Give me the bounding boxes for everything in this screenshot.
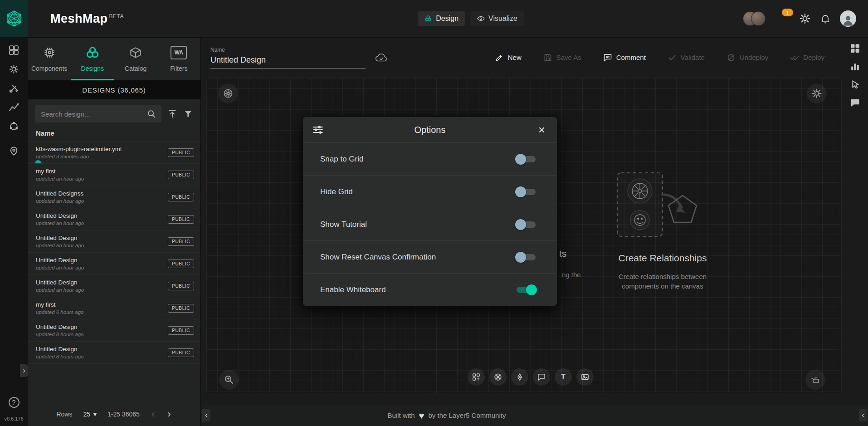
design-list-item[interactable]: Untitled Designss updated an hour ago PU… (28, 186, 200, 208)
design-list-item[interactable]: Untitled Design updated an hour ago PUBL… (28, 253, 200, 275)
option-label: Hide Grid (320, 187, 353, 196)
visualize-mode-button[interactable]: Visualize (470, 11, 524, 26)
design-updated: updated 8 hours ago (36, 354, 168, 359)
tab-catalog[interactable]: Catalog (114, 37, 157, 80)
design-updated: updated an hour ago (36, 287, 168, 293)
canvas-settings-button[interactable] (807, 83, 827, 103)
mode-switch: Design Visualize (418, 11, 524, 26)
bell-icon (820, 13, 831, 24)
prev-page-button[interactable]: ‹ (151, 409, 156, 419)
option-toggle[interactable] (515, 251, 537, 263)
design-list: k8s-wasm-plugin-ratelimiter.yml updated … (28, 141, 200, 402)
design-info: my first updated an hour ago (36, 168, 168, 181)
validate-label: Validate (681, 54, 705, 61)
help-button[interactable]: ? (9, 397, 20, 408)
design-name: Untitled Designss (36, 190, 168, 197)
notifications-button[interactable] (820, 13, 831, 24)
dashboard-icon[interactable] (8, 44, 20, 56)
app-title: MeshMapBETA (50, 12, 124, 26)
option-label: Enable Whiteboard (320, 285, 386, 294)
media-tool-icon (580, 372, 590, 382)
owner-avatar-dot (35, 160, 41, 164)
new-design-button[interactable]: New (492, 53, 524, 63)
text-tool-button[interactable]: T (555, 368, 572, 386)
design-list-item[interactable]: my first updated an hour ago PUBLIC (28, 164, 200, 186)
design-info: Untitled Design updated 8 hours ago (36, 323, 168, 337)
option-toggle[interactable] (515, 284, 537, 296)
comment-button[interactable]: Comment (600, 53, 649, 63)
toolbox-icon[interactable] (8, 83, 20, 94)
mesh-icon[interactable] (8, 121, 20, 132)
media-tool-button[interactable] (576, 368, 594, 386)
apps-icon[interactable] (849, 43, 861, 54)
comment-tool-button[interactable] (533, 368, 550, 386)
rail-expand-button[interactable]: › (20, 364, 28, 377)
comment-tool-icon (537, 372, 546, 382)
design-list-item[interactable]: k8s-wasm-plugin-ratelimiter.yml updated … (28, 142, 200, 164)
oilcan-button[interactable] (805, 370, 825, 390)
component-tool-button[interactable] (468, 368, 485, 386)
name-column-header: Name (28, 127, 200, 141)
extension-status[interactable]: 1 (775, 11, 790, 26)
design-info: k8s-wasm-plugin-ratelimiter.yml updated … (36, 146, 168, 159)
chart-icon[interactable] (849, 61, 861, 72)
deploy-button[interactable]: Deploy (787, 53, 827, 63)
kubernetes-tool-button[interactable] (489, 368, 507, 386)
design-mode-button[interactable]: Design (418, 11, 465, 26)
layer5-hexagon-icon (5, 10, 23, 28)
toggle-knob (526, 284, 537, 295)
collaborator-avatar[interactable] (751, 11, 766, 26)
design-list-item[interactable]: Untitled Design updated an hour ago PUBL… (28, 208, 200, 230)
design-name-input[interactable] (210, 55, 366, 69)
collapse-sidebar-button[interactable]: ‹ (202, 409, 210, 421)
options-modal-title: Options (303, 125, 557, 135)
visibility-badge: PUBLIC (168, 237, 194, 246)
save-as-button[interactable]: Save As (541, 53, 584, 63)
design-info: Untitled Design updated an hour ago (36, 279, 168, 293)
footer: ‹ Built with ♥ by the Layer5 Community ‹ (201, 405, 868, 426)
undeploy-label: Undeploy (740, 54, 768, 61)
design-name: k8s-wasm-plugin-ratelimiter.yml (36, 146, 168, 152)
user-avatar[interactable] (840, 10, 856, 27)
undeploy-button[interactable]: Undeploy (724, 53, 771, 63)
layer5-logo[interactable] (0, 0, 28, 37)
visibility-badge: PUBLIC (168, 304, 194, 313)
save-as-label: Save As (556, 54, 581, 61)
tab-designs[interactable]: Designs (71, 37, 114, 80)
search-input[interactable] (40, 110, 146, 118)
option-toggle[interactable] (515, 186, 537, 198)
design-list-item[interactable]: Untitled Design updated an hour ago PUBL… (28, 275, 200, 297)
performance-icon[interactable] (8, 102, 20, 113)
new-design-label: New (508, 54, 522, 61)
option-toggle[interactable] (515, 153, 537, 165)
next-page-button[interactable]: › (166, 409, 171, 419)
lifecycle-icon[interactable] (8, 64, 20, 75)
occluded-card-title-fragment: ts (559, 248, 566, 259)
settings-button[interactable] (799, 13, 811, 24)
catalog-icon (127, 44, 144, 61)
validate-button[interactable]: Validate (665, 53, 707, 63)
design-list-item[interactable]: my first updated 6 hours ago PUBLIC (28, 297, 200, 319)
collapse-right-panel-button[interactable]: ‹ (859, 409, 867, 421)
zoom-button[interactable] (219, 370, 239, 390)
tab-filters[interactable]: WA Filters (157, 37, 200, 80)
kubernetes-context-button[interactable] (218, 83, 238, 103)
option-toggle[interactable] (515, 219, 537, 230)
location-icon[interactable] (8, 145, 20, 157)
design-list-item[interactable]: Untitled Design updated an hour ago PUBL… (28, 230, 200, 253)
comment-panel-icon[interactable] (849, 97, 861, 108)
filter-icon[interactable] (183, 109, 193, 119)
upload-design-icon[interactable] (167, 109, 177, 119)
rows-per-page-select[interactable]: 25 ▾ (83, 411, 97, 418)
pointer-icon[interactable] (849, 79, 861, 90)
design-list-item[interactable]: Untitled Design updated 8 hours ago PUBL… (28, 342, 200, 364)
tutorial-card-description: Create relationships between components … (604, 272, 722, 291)
tab-components[interactable]: Components (28, 37, 71, 80)
close-icon[interactable]: × (536, 123, 548, 136)
occluded-card-description-fragment: ng the (562, 271, 581, 279)
draw-tool-button[interactable] (511, 368, 528, 386)
design-list-item[interactable]: Untitled Design updated 8 hours ago PUBL… (28, 319, 200, 342)
design-updated: updated 8 hours ago (36, 332, 168, 337)
design-updated: updated an hour ago (36, 220, 168, 226)
options-list: Snap to Grid Hide Grid Show Tutorial Sho… (303, 143, 557, 306)
